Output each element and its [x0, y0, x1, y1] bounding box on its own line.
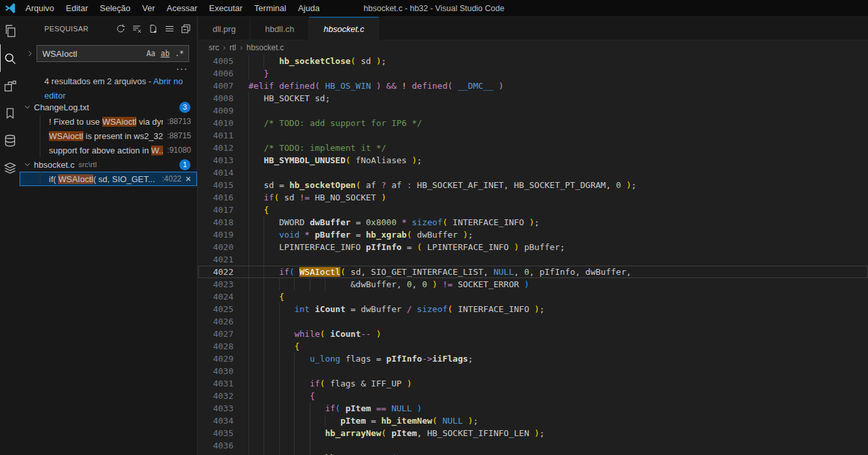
- code-token: (: [447, 304, 453, 314]
- search-result-row[interactable]: support for above action in W...:91080: [20, 143, 197, 157]
- code-editor[interactable]: 4005 hb_socketClose( sd );4006 }4007#eli…: [198, 55, 868, 455]
- code-token: ): [417, 403, 422, 413]
- indent-guide: [263, 390, 264, 402]
- menu-item[interactable]: Ajuda: [292, 0, 325, 17]
- editor-tab[interactable]: dll.prg: [198, 17, 250, 40]
- chevron-down-icon[interactable]: [22, 159, 33, 170]
- code-line[interactable]: 4016 if( sd != HB_NO_SOCKET ): [198, 191, 868, 204]
- code-line[interactable]: 4017 {: [198, 204, 868, 216]
- menu-item[interactable]: Terminal: [248, 0, 292, 17]
- code-line[interactable]: 4013 HB_SYMBOL_UNUSED( fNoAliases );: [198, 154, 868, 166]
- code-token: sd: [263, 180, 278, 190]
- code-token: [371, 329, 376, 339]
- code-line[interactable]: 4033 if( pItem == NULL ): [198, 402, 868, 415]
- expand-all-icon[interactable]: [164, 23, 175, 35]
- code-line[interactable]: 4021: [198, 253, 868, 266]
- code-line[interactable]: 4011: [198, 129, 868, 142]
- editor-group: dll.prghbdll.chhbsocket.c src›rtl›hbsock…: [198, 17, 868, 455]
- line-number: 4023: [198, 278, 233, 290]
- indent-guide: [294, 390, 295, 402]
- toggle-replace-chevron-icon[interactable]: [25, 45, 35, 62]
- editor-tab[interactable]: hbdll.ch: [250, 17, 309, 40]
- indent-guide: [263, 328, 264, 340]
- regex-toggle[interactable]: .*: [173, 48, 186, 59]
- collapse-all-icon[interactable]: [180, 23, 192, 35]
- menu-item[interactable]: Executar: [203, 0, 248, 17]
- code-line[interactable]: 4014: [198, 166, 868, 179]
- breadcrumb-item[interactable]: rtl: [230, 43, 236, 52]
- search-result-row[interactable]: if( WSAIoctl( sd, SIO_GET...:4022×: [20, 172, 197, 186]
- search-icon[interactable]: [0, 44, 20, 72]
- code-line[interactable]: 4007#elif defined( HB_OS_WIN ) && ! defi…: [198, 80, 868, 92]
- code-line[interactable]: 4031 if( flags & IFF_UP ): [198, 377, 868, 390]
- new-search-editor-icon[interactable]: [147, 23, 159, 35]
- code-token: hb_arrayNew: [325, 428, 381, 438]
- code-line[interactable]: 4008 HB_SOCKET sd;: [198, 92, 868, 104]
- breadcrumb[interactable]: src›rtl›hbsocket.c: [198, 40, 868, 55]
- code-line[interactable]: 4010 /* TODO: add support for IP6 */: [198, 117, 868, 129]
- breadcrumb-item[interactable]: hbsocket.c: [247, 43, 284, 52]
- search-result-row[interactable]: WSAioctl is present in ws2_32....:88715: [20, 129, 197, 143]
- code-line[interactable]: 4025 int iCount = dwBuffer / sizeof( INT…: [198, 303, 868, 315]
- code-line[interactable]: 4018 DWORD dwBuffer = 0x8000 * sizeof( I…: [198, 216, 868, 228]
- code-line[interactable]: 4012 /* TODO: implement it */: [198, 142, 868, 154]
- code-line[interactable]: 4037 hb_arraySetNI( pItem, HB_SOCKET_IFI…: [198, 452, 868, 455]
- menu-item[interactable]: Acessar: [161, 0, 203, 17]
- menu-item[interactable]: Arquivo: [20, 0, 60, 17]
- indent-guide: [248, 117, 249, 129]
- clear-results-icon[interactable]: [131, 23, 143, 35]
- menu-item[interactable]: Seleção: [94, 0, 136, 17]
- code-line[interactable]: 4028 {: [198, 340, 868, 353]
- layers-icon[interactable]: [0, 154, 20, 181]
- tab-label: hbdll.ch: [265, 24, 294, 34]
- line-number: 4018: [198, 216, 233, 228]
- files-icon[interactable]: [0, 17, 20, 44]
- indent-guide: [248, 253, 249, 266]
- line-number: 4029: [198, 353, 233, 365]
- menu-item[interactable]: Editar: [60, 0, 94, 17]
- code-token: iCount: [315, 304, 351, 314]
- indent-guide: [248, 55, 249, 67]
- code-line[interactable]: 4026: [198, 315, 868, 328]
- code-token: pItem: [346, 403, 376, 413]
- indent-guide: [294, 353, 295, 365]
- match-case-toggle[interactable]: Aa: [144, 48, 157, 59]
- search-input[interactable]: [42, 49, 143, 59]
- code-line[interactable]: 4009: [198, 104, 868, 117]
- editor-tab[interactable]: hbsocket.c: [309, 17, 379, 40]
- code-line[interactable]: 4005 hb_socketClose( sd );: [198, 55, 868, 67]
- code-line[interactable]: 4030: [198, 365, 868, 377]
- code-line[interactable]: 4015 sd = hb_socketOpen( af ? af : HB_SO…: [198, 179, 868, 191]
- code-line[interactable]: 4020 LPINTERFACE_INFO pIfInfo = ( LPINTE…: [198, 241, 868, 253]
- code-line[interactable]: 4036: [198, 439, 868, 452]
- code-line[interactable]: 4022 if( WSAIoctl( sd, SIO_GET_INTERFACE…: [198, 266, 868, 278]
- code-token: [427, 279, 432, 289]
- code-line[interactable]: 4006 }: [198, 67, 868, 80]
- breadcrumb-item[interactable]: src: [209, 43, 219, 52]
- close-result-icon[interactable]: ×: [185, 172, 191, 186]
- toggle-search-details-button[interactable]: ···: [176, 63, 188, 74]
- code-line[interactable]: 4032 {: [198, 390, 868, 402]
- code-line[interactable]: 4023 &dwBuffer, 0, 0 ) != SOCKET_ERROR ): [198, 278, 868, 290]
- code-line[interactable]: 4024 {: [198, 290, 868, 303]
- layout-icon[interactable]: [0, 72, 20, 99]
- code-token: ==: [376, 403, 387, 413]
- search-file-row[interactable]: hbsocket.csrc\rtl1: [20, 157, 197, 172]
- refresh-icon[interactable]: [115, 23, 127, 35]
- code-line[interactable]: 4035 hb_arrayNew( pItem, HB_SOCKET_IFINF…: [198, 427, 868, 439]
- code-line[interactable]: 4034 pItem = hb_itemNew( NULL );: [198, 415, 868, 427]
- bookmark-icon[interactable]: [0, 99, 20, 127]
- code-line[interactable]: 4019 void * pBuffer = hb_xgrab( dwBuffer…: [198, 228, 868, 241]
- menu-item[interactable]: Ver: [136, 0, 161, 17]
- whole-word-toggle[interactable]: ab: [158, 48, 172, 59]
- indent-guide: [325, 278, 325, 290]
- database-icon[interactable]: [0, 127, 20, 154]
- code-line[interactable]: 4029 u_long flags = pIfInfo->iiFlags;: [198, 353, 868, 365]
- code-line[interactable]: 4027 while( iCount-- ): [198, 328, 868, 340]
- code-token: (: [340, 267, 346, 277]
- indent-guide: [294, 365, 295, 377]
- search-file-row[interactable]: ChangeLog.txt3: [20, 100, 197, 114]
- code-token: {: [310, 391, 315, 401]
- search-result-row[interactable]: ! Fixed to use WSAioctl via dyn...:88713: [20, 114, 197, 129]
- chevron-down-icon[interactable]: [22, 102, 33, 112]
